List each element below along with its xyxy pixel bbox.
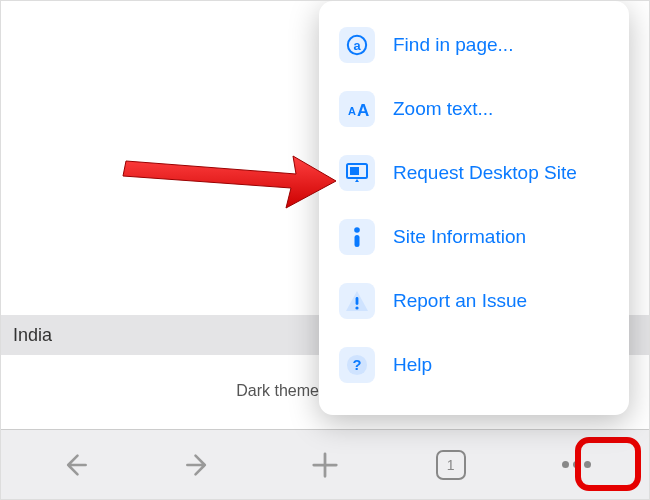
menu-label: Zoom text... [393,98,493,120]
menu-item-request-desktop[interactable]: Request Desktop Site [319,141,629,205]
forward-button[interactable] [179,445,219,485]
help-icon: ? [339,347,375,383]
bottom-toolbar: 1 [1,429,649,499]
tab-count: 1 [447,457,455,473]
info-icon [339,219,375,255]
menu-label: Request Desktop Site [393,162,577,184]
warning-icon [339,283,375,319]
menu-item-report-issue[interactable]: Report an Issue [319,269,629,333]
more-button[interactable] [556,445,596,485]
svg-text:?: ? [353,357,362,373]
menu-item-zoom-text[interactable]: AA Zoom text... [319,77,629,141]
menu-label: Site Information [393,226,526,248]
overflow-menu: a Find in page... AA Zoom text... Reques… [319,1,629,415]
new-tab-button[interactable] [305,445,345,485]
svg-point-6 [354,227,360,233]
tabs-icon: 1 [436,450,466,480]
desktop-icon [339,155,375,191]
menu-item-find-in-page[interactable]: a Find in page... [319,13,629,77]
plus-icon [310,450,340,480]
back-button[interactable] [54,445,94,485]
menu-item-help[interactable]: ? Help [319,333,629,397]
svg-rect-5 [350,167,359,175]
menu-label: Find in page... [393,34,513,56]
zoom-text-icon: AA [339,91,375,127]
svg-text:A: A [348,105,356,117]
svg-text:A: A [357,101,369,119]
tabs-button[interactable]: 1 [431,445,471,485]
menu-item-site-info[interactable]: Site Information [319,205,629,269]
find-icon: a [339,27,375,63]
svg-rect-8 [356,297,359,305]
menu-label: Help [393,354,432,376]
svg-point-9 [355,306,358,309]
location-label: India [13,325,52,346]
arrow-right-icon [185,451,213,479]
svg-text:a: a [353,38,361,53]
menu-label: Report an Issue [393,290,527,312]
more-icon [562,461,591,468]
svg-rect-7 [355,235,360,247]
arrow-left-icon [60,451,88,479]
